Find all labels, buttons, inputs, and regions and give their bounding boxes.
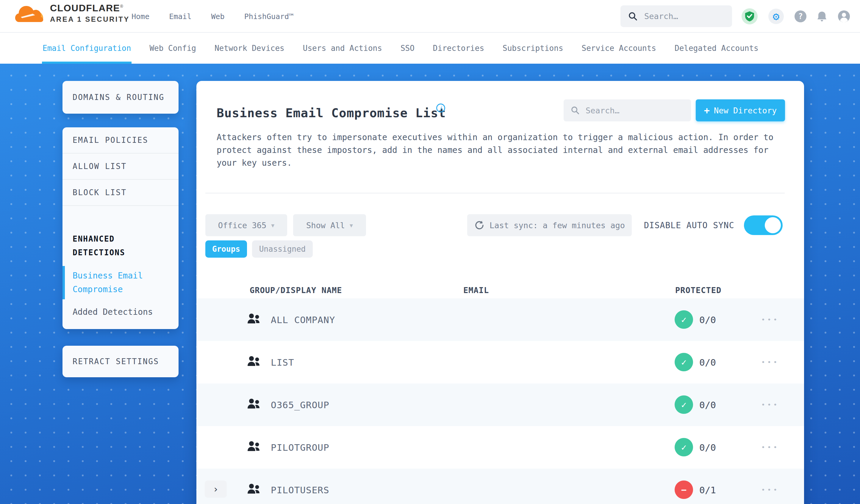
- divider: [205, 193, 785, 193]
- sidebar-policies-card: EMAIL POLICIES ALLOW LIST BLOCK LIST ENH…: [62, 127, 178, 329]
- group-name: O365_GROUP: [271, 384, 329, 426]
- security-status-icon[interactable]: [742, 8, 758, 24]
- toggle-knob: [765, 217, 781, 233]
- plus-icon: +: [704, 105, 710, 116]
- shield-check-icon: [745, 11, 754, 21]
- protected-count: 0/0: [699, 341, 716, 384]
- group-name: ALL COMPANY: [271, 299, 335, 341]
- row-menu-button[interactable]: •••: [761, 384, 779, 426]
- protected-status-icon: ✓: [675, 353, 693, 371]
- global-search-placeholder: Search…: [644, 12, 678, 21]
- protected-count: 0/0: [699, 384, 716, 426]
- sidebar-item-retract-settings[interactable]: RETRACT SETTINGS: [62, 346, 178, 377]
- subnav-item-network-devices[interactable]: Network Devices: [215, 33, 285, 64]
- settings-gear-icon[interactable]: ⚙: [768, 9, 784, 24]
- logo-line2: AREA 1 SECURITY: [50, 15, 130, 24]
- user-avatar-icon[interactable]: [837, 10, 850, 23]
- subnav-item-service-accounts[interactable]: Service Accounts: [582, 33, 656, 64]
- row-menu-button[interactable]: •••: [761, 426, 779, 469]
- table-row[interactable]: LIST ✓ 0/0 •••: [197, 341, 804, 384]
- table-body: ALL COMPANY ✓ 0/0 ••• LIST ✓ 0/0 ••• O36…: [197, 299, 804, 504]
- top-header: CLOUDFLARE® AREA 1 SECURITY HomeEmailWeb…: [0, 0, 860, 33]
- group-icon: [247, 441, 261, 452]
- search-icon: [571, 106, 580, 115]
- page-background: DOMAINS & ROUTING EMAIL POLICIES ALLOW L…: [0, 64, 860, 504]
- group-name: PILOTUSERS: [271, 469, 329, 504]
- top-nav-item-home[interactable]: Home: [131, 12, 149, 21]
- auto-sync-toggle[interactable]: [744, 215, 783, 235]
- protected-count: 0/1: [699, 469, 716, 504]
- top-nav-item-web[interactable]: Web: [211, 12, 224, 21]
- subnav-item-sso[interactable]: SSO: [401, 33, 415, 64]
- table-row[interactable]: › PILOTUSERS − 0/1 •••: [197, 469, 804, 504]
- subnav-item-email-configuration[interactable]: Email Configuration: [43, 33, 131, 64]
- subnav-item-subscriptions[interactable]: Subscriptions: [503, 33, 563, 64]
- help-icon[interactable]: ?: [794, 11, 806, 22]
- top-nav: HomeEmailWebPhishGuard™: [131, 0, 293, 33]
- group-icon: [247, 398, 261, 410]
- sidebar-item-domains-routing[interactable]: DOMAINS & ROUTING: [62, 81, 178, 114]
- cloudflare-cloud-icon: [15, 2, 46, 24]
- directory-search-placeholder: Search…: [586, 106, 619, 115]
- page-title: Business Email Compromise List: [217, 106, 446, 120]
- protected-status-icon: ✓: [675, 395, 693, 414]
- expand-chevron-button[interactable]: ›: [205, 480, 227, 498]
- info-icon[interactable]: i: [436, 103, 445, 113]
- last-sync-text: Last sync: a few minutes ago: [489, 221, 625, 230]
- protected-count: 0/0: [699, 299, 716, 341]
- protected-count: 0/0: [699, 426, 716, 469]
- last-sync-status[interactable]: Last sync: a few minutes ago: [467, 214, 632, 236]
- main-panel: Business Email Compromise List i Search……: [197, 81, 804, 504]
- row-menu-button[interactable]: •••: [761, 469, 779, 504]
- table-row[interactable]: O365_GROUP ✓ 0/0 •••: [197, 384, 804, 426]
- protected-status-icon: ✓: [675, 438, 693, 456]
- tab-unassigned[interactable]: Unassigned: [252, 240, 313, 258]
- cloudflare-logo: CLOUDFLARE® AREA 1 SECURITY: [15, 2, 130, 24]
- row-menu-button[interactable]: •••: [761, 299, 779, 341]
- refresh-icon: [474, 220, 484, 230]
- sidebar-item-added-detections[interactable]: Added Detections: [73, 305, 173, 319]
- sidebar-item-allow-list[interactable]: ALLOW LIST: [62, 154, 178, 180]
- row-menu-button[interactable]: •••: [761, 341, 779, 384]
- sidebar-item-business-email-compromise[interactable]: Business Email Compromise: [73, 268, 173, 298]
- secondary-nav: Email ConfigurationWeb ConfigNetwork Dev…: [0, 33, 860, 64]
- auto-sync-label: DISABLE AUTO SYNC: [644, 214, 734, 236]
- column-protected: PROTECTED: [675, 286, 721, 295]
- chevron-down-icon: ▼: [271, 222, 274, 229]
- group-name: LIST: [271, 341, 294, 384]
- subnav-item-web-config[interactable]: Web Config: [149, 33, 196, 64]
- protected-status-icon: ✓: [675, 310, 693, 329]
- subnav-item-directories[interactable]: Directories: [433, 33, 484, 64]
- page-description: Attackers often try to impersonate execu…: [217, 131, 785, 169]
- protected-status-icon: −: [675, 480, 693, 499]
- search-icon: [628, 12, 638, 21]
- group-name: PILOTGROUP: [271, 426, 329, 469]
- chevron-down-icon: ▼: [350, 222, 353, 229]
- top-nav-item-email[interactable]: Email: [169, 12, 191, 21]
- group-icon: [247, 313, 261, 325]
- sidebar-item-enhanced-detections[interactable]: ENHANCED DETECTIONS: [73, 232, 156, 259]
- directory-type-dropdown[interactable]: Office 365 ▼: [205, 214, 287, 236]
- top-nav-item-phishguard-[interactable]: PhishGuard™: [244, 12, 294, 21]
- table-row[interactable]: ALL COMPANY ✓ 0/0 •••: [197, 299, 804, 341]
- directory-search-input[interactable]: Search…: [564, 99, 691, 121]
- subnav-item-delegated-accounts[interactable]: Delegated Accounts: [675, 33, 759, 64]
- group-icon: [247, 356, 261, 367]
- notifications-bell-icon[interactable]: [817, 11, 827, 22]
- new-directory-button[interactable]: + New Directory: [696, 99, 785, 121]
- sidebar-label: DOMAINS & ROUTING: [73, 93, 164, 102]
- registered-mark: ®: [120, 4, 124, 9]
- new-directory-label: New Directory: [714, 106, 777, 115]
- table-row[interactable]: PILOTGROUP ✓ 0/0 •••: [197, 426, 804, 469]
- logo-line1: CLOUDFLARE®: [50, 3, 130, 14]
- show-filter-dropdown[interactable]: Show All ▼: [293, 214, 366, 236]
- sidebar-item-email-policies[interactable]: EMAIL POLICIES: [62, 127, 178, 154]
- column-group-display-name: GROUP/DISPLAY NAME: [250, 286, 342, 295]
- column-email: EMAIL: [463, 286, 489, 295]
- subnav-item-users-and-actions[interactable]: Users and Actions: [303, 33, 382, 64]
- global-search-input[interactable]: Search…: [620, 5, 732, 27]
- sidebar-item-block-list[interactable]: BLOCK LIST: [62, 180, 178, 206]
- tab-groups[interactable]: Groups: [205, 240, 247, 258]
- group-icon: [247, 484, 261, 495]
